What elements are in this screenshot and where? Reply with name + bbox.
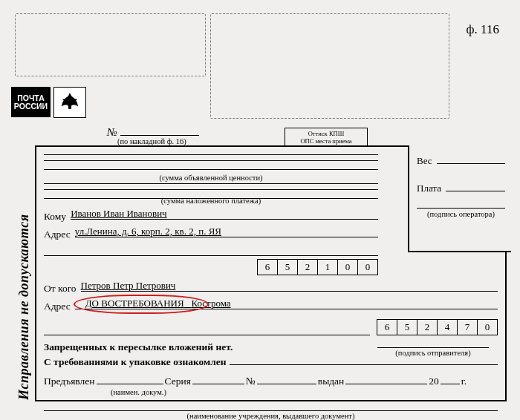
- stamp-area-left: [15, 13, 206, 76]
- sender-signature-caption-block: (подпись отправителя): [377, 347, 489, 357]
- stamp-line1: Оттиск КПШ: [308, 130, 345, 137]
- docno-label: №: [246, 375, 256, 387]
- receipt-stamp-box: Оттиск КПШ ОПС места приема: [285, 128, 368, 146]
- from-label: От кого: [44, 283, 77, 295]
- presented-label: Предъявлен: [44, 375, 95, 387]
- to-label: Кому: [44, 211, 66, 223]
- recipient-index-1: 6: [257, 259, 278, 275]
- sender-address-line[interactable]: ДО ВОСТРЕБОВАНИЯ Кострома: [75, 298, 498, 309]
- sender-address-value: ДО ВОСТРЕБОВАНИЯ Кострома: [85, 298, 231, 309]
- recipient-name-value: Иванов Иван Иванович: [71, 208, 167, 220]
- sender-index-1: 6: [377, 319, 397, 335]
- issuer-caption: (наименование учреждения, выдавшего доку…: [44, 412, 498, 420]
- recipient-address-label: Адрес: [44, 229, 71, 240]
- recipient-index-2: 5: [277, 259, 298, 275]
- sender-address-row: Адрес ДО ВОСТРЕБОВАНИЯ Кострома: [44, 298, 498, 312]
- series-label: Серия: [165, 375, 191, 387]
- doc-number-caption: (по накладной ф. 16): [117, 137, 186, 145]
- recipient-name-line[interactable]: Иванов Иван Иванович: [71, 208, 378, 220]
- presented-line[interactable]: [97, 373, 163, 384]
- issued-line[interactable]: [345, 373, 427, 384]
- recipient-index[interactable]: 6 5 2 1 0 0: [258, 259, 378, 275]
- sender-block: От кого Петров Петр Петрович Адрес ДО ВО…: [44, 280, 498, 335]
- sender-city: Кострома: [191, 298, 230, 309]
- year-suffix: г.: [461, 375, 467, 387]
- logos: ПОЧТА РОССИИ: [11, 87, 86, 118]
- declared-value-block: (сумма объявленной ценности): [44, 154, 378, 182]
- post-russia-logo: ПОЧТА РОССИИ: [11, 87, 51, 117]
- sender-name-line[interactable]: Петров Петр Петрович: [81, 280, 498, 292]
- issuer-line[interactable]: [44, 399, 498, 411]
- year-line[interactable]: [441, 373, 460, 384]
- series-line[interactable]: [192, 373, 244, 384]
- main-form-box: Вес Плата (подпись оператора) (сумма объ…: [35, 145, 507, 401]
- recipient-name-row: Кому Иванов Иван Иванович: [44, 208, 378, 223]
- left-column: (сумма объявленной ценности) (сумма нало…: [44, 154, 378, 275]
- id-doc-row: Предъявлен Серия № выдан 20 г.: [44, 373, 498, 387]
- recipient-address-value: ул.Ленина, д. 6, корп. 2, кв. 2, п. ЯЯ: [75, 226, 221, 237]
- sender-index-4: 4: [437, 319, 458, 335]
- stamp-line2: ОПС места приема: [300, 137, 351, 145]
- year-prefix: 20: [429, 375, 439, 387]
- sender-signature-caption: (подпись отправителя): [377, 347, 489, 357]
- stamp-area-right: [210, 13, 449, 119]
- sender-index[interactable]: 6 5 2 4 7 0: [377, 319, 498, 335]
- sender-index-2: 5: [397, 319, 417, 335]
- eagle-icon: [57, 90, 82, 115]
- statement-line2: С требованиями к упаковке ознакомлен: [44, 356, 227, 368]
- svg-rect-0: [68, 105, 71, 109]
- declared-value-lines[interactable]: [44, 154, 378, 175]
- recipient-address-line2[interactable]: [44, 244, 378, 256]
- sender-address-line2[interactable]: [44, 324, 370, 335]
- issued-label: выдан: [318, 375, 345, 387]
- doc-number-label: №: [107, 126, 117, 139]
- sender-poste-restante: ДО ВОСТРЕБОВАНИЯ: [85, 298, 184, 309]
- recipient-address-row: Адрес ул.Ленина, д. 6, корп. 2, кв. 2, п…: [44, 226, 378, 240]
- sender-addr2-and-index: 6 5 2 4 7 0: [44, 316, 498, 335]
- logo-line2: РОССИИ: [14, 102, 48, 111]
- recipient-address-line[interactable]: ул.Ленина, д. 6, корп. 2, кв. 2, п. ЯЯ: [75, 226, 378, 237]
- recipient-index-3: 2: [297, 259, 318, 275]
- id-doc-subs: (наимен. докум.): [44, 388, 498, 396]
- sender-index-3: 2: [417, 319, 438, 335]
- sender-index-5: 7: [457, 319, 478, 335]
- presented-sub: (наимен. докум.): [103, 388, 174, 396]
- sender-address-label: Адрес: [44, 301, 71, 312]
- doc-number-line[interactable]: [120, 125, 199, 136]
- eagle-logo: [53, 87, 86, 118]
- form-number: ф. 116: [467, 22, 499, 37]
- sender-name-value: Петров Петр Петрович: [81, 280, 176, 292]
- docno-line[interactable]: [257, 373, 316, 384]
- sender-index-6: 0: [477, 319, 498, 335]
- recipient-index-5: 0: [337, 259, 358, 275]
- cod-value-block: (сумма наложенного платежа): [44, 183, 378, 205]
- recipient-index-row: 6 5 2 1 0 0: [44, 256, 378, 275]
- form-inner: (сумма объявленной ценности) (сумма нало…: [44, 153, 498, 396]
- cod-value-lines[interactable]: [44, 183, 378, 198]
- form-116-page: ф. 116 ПОЧТА РОССИИ № (по накладной ф. 1…: [0, 0, 520, 420]
- recipient-index-4: 1: [317, 259, 338, 275]
- sender-name-row: От кого Петров Петр Петрович: [44, 280, 498, 295]
- no-corrections-warning: Исправления не допускаются: [16, 214, 32, 400]
- recipient-index-6: 0: [357, 259, 378, 275]
